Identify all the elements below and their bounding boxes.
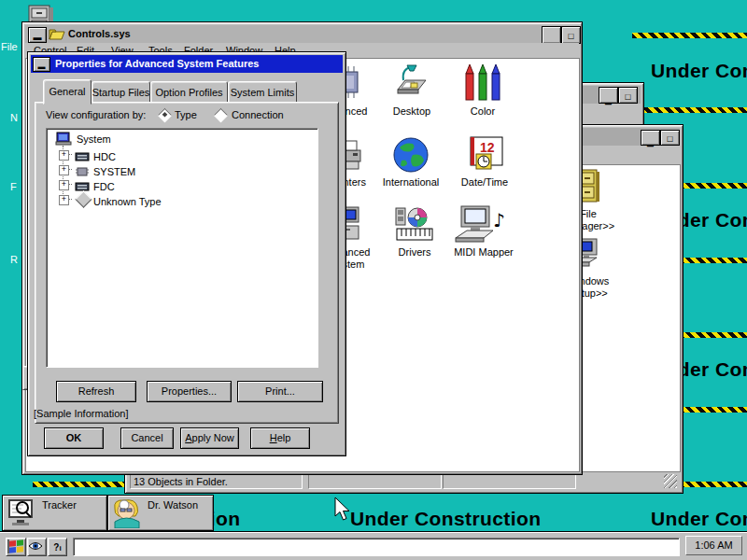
color-icon[interactable]: [458, 63, 507, 102]
desktop-label-fragment: F: [10, 181, 17, 193]
svg-text:12: 12: [480, 140, 495, 155]
tab-general[interactable]: General: [43, 79, 92, 105]
tree-expand-system[interactable]: +: [59, 165, 69, 175]
print-button[interactable]: Print...: [237, 381, 323, 402]
tab-option-profiles[interactable]: Option Profiles: [150, 81, 228, 104]
clock: 1:06 AM: [685, 536, 742, 555]
status-panel-3: [443, 474, 576, 489]
status-panel-2: [308, 474, 442, 489]
minimize-button[interactable]: ▁: [599, 87, 618, 104]
tab-system-limits[interactable]: System Limits: [228, 81, 297, 104]
wallpaper-text: Under Construction: [651, 508, 747, 530]
minimize-button[interactable]: ▁: [542, 26, 561, 44]
minimize-button[interactable]: ▁: [641, 130, 660, 146]
tree-item-system-dev[interactable]: SYSTEM: [93, 166, 135, 178]
color-label: Color: [427, 105, 539, 117]
system-menu-button[interactable]: ▬: [33, 57, 50, 72]
tree-item-fdc[interactable]: FDC: [93, 181, 115, 193]
tree-system-icon: [55, 132, 72, 146]
tray-deskbar-field[interactable]: [73, 538, 680, 556]
system-menu-button[interactable]: ▬: [28, 27, 47, 43]
properties-button[interactable]: Properties...: [147, 381, 232, 402]
sample-information-label: [Sample Information]: [34, 408, 129, 420]
device-tree[interactable]: System + HDC + SYSTEM + FDC +: [46, 128, 318, 368]
taskbar: ?i 1:06 AM: [0, 531, 747, 560]
dr-watson-icon: [111, 497, 145, 532]
resize-grip[interactable]: [664, 474, 677, 488]
help-info-icon[interactable]: ?i: [48, 538, 67, 556]
ok-button[interactable]: OK: [44, 427, 104, 449]
tracker-icon: [7, 498, 36, 530]
radio-type-label: Type: [175, 109, 197, 121]
dr-watson-label: Dr. Watson: [148, 499, 198, 511]
status-text: 13 Objects in Folder.: [131, 475, 302, 489]
desktop-label-fragment: R: [10, 254, 18, 266]
barrier-stripe: [632, 33, 747, 38]
tree-expand-fdc[interactable]: +: [59, 180, 69, 190]
radio-selected-dot: [162, 112, 168, 118]
tracker-label: Tracker: [42, 499, 77, 511]
desktop-icon[interactable]: [396, 63, 428, 101]
eye-icon[interactable]: [27, 538, 47, 556]
maximize-button[interactable]: ☐: [561, 26, 581, 44]
dialog-title: Properties for Advanced System Features: [55, 58, 259, 69]
window-title: Controls.sys: [68, 28, 131, 40]
view-config-label: View configuration by:: [46, 109, 146, 121]
status-panel-objects: 13 Objects in Folder.: [130, 474, 303, 489]
wallpaper-text: Under Construction: [350, 508, 541, 530]
maximize-button[interactable]: ☐: [618, 87, 638, 104]
dialog-titlebar[interactable]: ▬ Properties for Advanced System Feature…: [31, 55, 343, 73]
tree-expand-unknown[interactable]: +: [59, 195, 69, 205]
midi-mapper-label: MIDI Mapper: [428, 246, 540, 258]
windows-flag-icon[interactable]: [6, 538, 26, 556]
tree-item-system[interactable]: System: [77, 133, 111, 146]
clock-text: 1:06 AM: [695, 539, 732, 552]
desktop-label-fragment: N: [10, 112, 18, 124]
apply-now-button[interactable]: Apply Now: [180, 427, 239, 449]
help-button[interactable]: Help: [250, 427, 310, 449]
tree-item-unknown[interactable]: Unknown Type: [93, 196, 162, 208]
datetime-icon[interactable]: 12: [463, 135, 506, 175]
taskbar-button-dr-watson[interactable]: Dr. Watson: [107, 495, 214, 531]
drivers-icon[interactable]: [393, 204, 436, 244]
tree-item-hdc[interactable]: HDC: [93, 151, 116, 163]
refresh-button[interactable]: Refresh: [56, 381, 136, 402]
properties-dialog: ▬ Properties for Advanced System Feature…: [27, 51, 346, 456]
folder-icon: [49, 27, 65, 41]
mouse-cursor: [334, 497, 351, 526]
svg-text:♪: ♪: [493, 209, 505, 231]
midi-mapper-icon[interactable]: ♪: [448, 204, 519, 244]
desktop: Under Construction Under Construction Un…: [0, 0, 747, 560]
cancel-button[interactable]: Cancel: [120, 427, 174, 449]
wallpaper-text: Under Construction: [651, 60, 747, 82]
tree-expand-hdc[interactable]: +: [59, 150, 69, 161]
tab-startup-files[interactable]: Startup Files: [92, 81, 150, 104]
radio-connection-label: Connection: [232, 109, 284, 121]
window-controls-titlebar[interactable]: ▬ Controls.sys ▁ ☐: [25, 25, 579, 43]
maximize-button[interactable]: ☐: [660, 130, 680, 146]
datetime-label: Date/Time: [429, 176, 541, 188]
taskbar-button-tracker[interactable]: Tracker: [2, 495, 107, 531]
international-icon[interactable]: [392, 136, 430, 174]
desktop-label-fragment: File: [1, 41, 18, 53]
